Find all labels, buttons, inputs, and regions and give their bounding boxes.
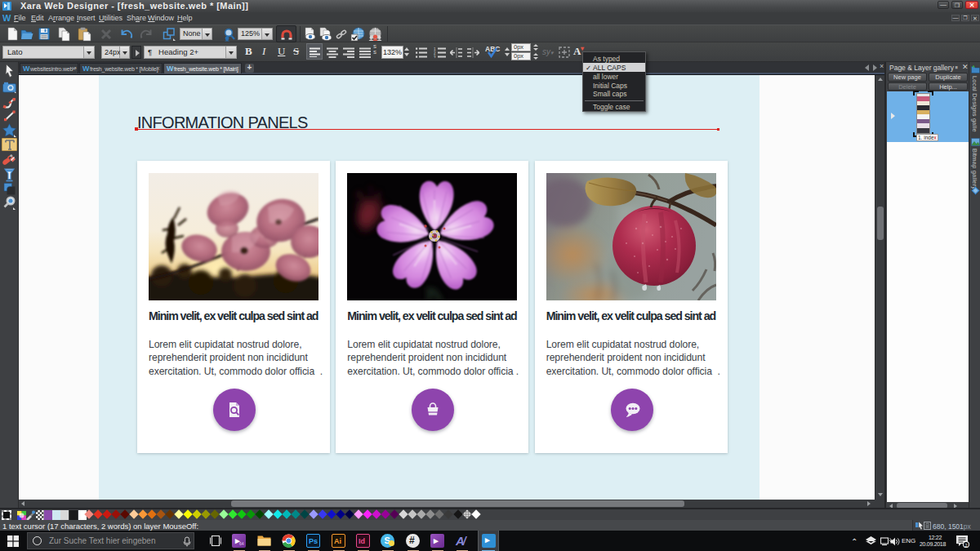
svg-text:ABC: ABC: [485, 45, 500, 53]
svg-text:3: 3: [434, 56, 436, 59]
svg-text:2: 2: [965, 543, 968, 548]
